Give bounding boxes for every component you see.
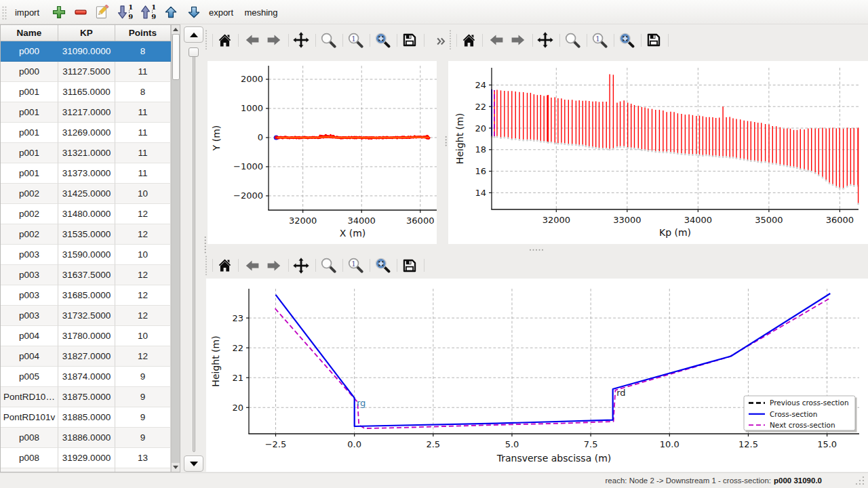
mpl-zoom-fit-button[interactable] [374, 32, 391, 48]
mpl-zoom-button[interactable] [320, 32, 336, 48]
table-row[interactable]: p00331685.000012 [1, 285, 171, 306]
toolbar-drag-handle[interactable] [2, 6, 7, 20]
table-scrollbar-thumb[interactable] [172, 34, 180, 80]
table-row[interactable]: p00031127.500011 [1, 62, 171, 82]
import-menu-button[interactable]: import [9, 0, 45, 24]
table-cell: 31425.0000 [58, 184, 115, 204]
svg-text:0: 0 [258, 132, 263, 142]
svg-text:32000: 32000 [289, 216, 317, 226]
mpl-back-button[interactable] [488, 32, 505, 48]
sort-descending-button[interactable]: 19 [117, 0, 133, 24]
table-cell: p003 [1, 265, 58, 285]
table-row[interactable]: p00231535.000012 [1, 224, 171, 245]
sort-ascending-button[interactable]: 19 [140, 0, 156, 24]
mpl-zoom-fit-button[interactable] [618, 32, 635, 48]
table-row[interactable]: p00831886.00009 [1, 428, 171, 448]
table-row[interactable]: p00331637.500012 [1, 265, 171, 285]
table-row[interactable]: p00131321.000011 [1, 143, 171, 163]
mpl-toolbar-drag-handle[interactable] [449, 30, 452, 50]
mpl-forward-icon [267, 260, 281, 271]
meshing-menu-button[interactable]: meshing [240, 0, 282, 24]
mpl-toolbar-drag-handle[interactable] [205, 30, 208, 50]
mpl-save-button[interactable] [646, 32, 662, 48]
table-row[interactable]: p00831929.000013 [1, 448, 171, 468]
mpl-forward-button[interactable] [266, 258, 282, 274]
mpl-pan-button[interactable] [293, 258, 309, 274]
scroll-up-arrow-icon [173, 28, 178, 31]
table-row[interactable]: p00431780.000010 [1, 326, 171, 346]
column-header-points[interactable]: Points [115, 25, 171, 41]
mpl-home-button[interactable] [217, 258, 233, 274]
table-row[interactable]: p00831977.000011 [1, 468, 171, 472]
mpl-zoom-button[interactable] [564, 32, 580, 48]
mpl-zoom-one-icon: 1 [592, 33, 608, 48]
mpl-zoom-one-button[interactable]: 1 [347, 258, 363, 274]
scroll-up-button[interactable] [172, 25, 180, 34]
section-slider-handle[interactable] [189, 47, 199, 57]
mpl-back-button[interactable] [244, 258, 260, 274]
mpl-zoom-button[interactable] [320, 258, 336, 274]
mpl-home-icon [462, 34, 476, 47]
column-header-kp[interactable]: KP [58, 25, 115, 41]
cross-section-plot-canvas[interactable]: rgrd−2.50.02.55.07.510.012.515.020212223… [206, 279, 868, 472]
mpl-toolbar-separator [424, 259, 425, 272]
table-scrollbar[interactable] [171, 25, 180, 472]
add-cross-section-button[interactable] [52, 0, 66, 24]
mpl-forward-button[interactable] [266, 32, 282, 48]
mpl-toolbar-separator [397, 34, 397, 47]
mpl-save-button[interactable] [401, 258, 418, 274]
mpl-home-button[interactable] [217, 32, 233, 48]
table-row[interactable]: p00331732.500012 [1, 306, 171, 326]
mpl-zoom-one-button[interactable]: 1 [347, 32, 363, 48]
table-row[interactable]: PontRD10…31875.00009 [1, 387, 171, 407]
mpl-back-button[interactable] [244, 32, 260, 48]
table-row[interactable]: PontRD101v31885.00009 [1, 407, 171, 428]
table-row[interactable]: p00231480.000012 [1, 204, 171, 224]
svg-text:1: 1 [595, 34, 600, 43]
mpl-pan-button[interactable] [537, 32, 553, 48]
add-icon [52, 5, 66, 20]
previous-section-button[interactable] [184, 26, 203, 43]
section-slider-groove[interactable] [193, 50, 195, 452]
mpl-toolbar-overflow-button[interactable] [437, 36, 446, 48]
mpl-toolbar-drag-handle[interactable] [205, 256, 208, 276]
trace-plot-canvas[interactable]: 320003400036000200010000−1000−2000X (m)Y… [208, 61, 437, 244]
window-resize-grip[interactable] [849, 473, 867, 487]
mpl-zoom-one-button[interactable]: 1 [591, 32, 608, 48]
status-bar: reach: Node 2 -> Downstream 1 - cross-se… [0, 472, 868, 488]
table-cell: p002 [1, 184, 58, 204]
mpl-forward-button[interactable] [510, 32, 526, 48]
mpl-zoom-fit-button[interactable] [374, 258, 391, 274]
table-cell: 11 [115, 163, 171, 184]
svg-text:35000: 35000 [755, 215, 783, 225]
edit-cross-section-button[interactable] [94, 0, 109, 24]
mpl-zoom-one-icon: 1 [348, 258, 363, 273]
table-row[interactable]: p00431827.000012 [1, 346, 171, 367]
kp-profile-plot-canvas[interactable]: 3200033000340003500036000141618202224Kp … [448, 61, 868, 244]
table-row[interactable]: p00331590.000010 [1, 245, 171, 265]
svg-text:−1000: −1000 [233, 161, 263, 171]
export-menu-button[interactable]: export [204, 0, 238, 24]
column-header-name[interactable]: Name [1, 25, 58, 41]
table-cell: 31780.0000 [58, 326, 115, 346]
table-cell: p003 [1, 306, 58, 326]
mpl-pan-button[interactable] [293, 32, 309, 48]
table-row[interactable]: p00231425.000010 [1, 184, 171, 204]
table-row[interactable]: p00131269.000011 [1, 123, 171, 143]
table-row[interactable]: p00131165.00008 [1, 82, 171, 102]
scroll-down-button[interactable] [172, 463, 180, 472]
mpl-save-button[interactable] [401, 32, 418, 48]
table-row[interactable]: p00531874.00009 [1, 367, 171, 387]
splitter-handle-horizontal[interactable] [529, 248, 545, 252]
next-section-button[interactable] [184, 455, 203, 472]
table-row[interactable]: p00031090.00008 [1, 41, 171, 62]
svg-text:Transverse abscissa (m): Transverse abscissa (m) [496, 453, 612, 464]
table-row[interactable]: p00131217.000011 [1, 102, 171, 123]
mpl-toolbar-separator [315, 34, 316, 47]
move-up-button[interactable] [163, 0, 178, 24]
mpl-home-button[interactable] [461, 32, 477, 48]
table-cell: p005 [1, 367, 58, 387]
remove-cross-section-button[interactable] [73, 0, 88, 24]
table-row[interactable]: p00131373.000011 [1, 163, 171, 184]
move-down-button[interactable] [186, 0, 201, 24]
